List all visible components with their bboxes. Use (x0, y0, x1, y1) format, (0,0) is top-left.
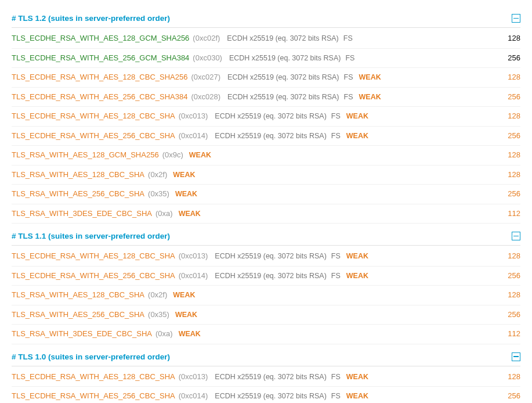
cipher-suite-name[interactable]: TLS_ECDHE_RSA_WITH_AES_128_CBC_SHA (12, 372, 175, 382)
cipher-row: TLS_ECDHE_RSA_WITH_AES_128_CBC_SHA(0xc01… (12, 107, 520, 127)
cipher-row-left: TLS_ECDHE_RSA_WITH_AES_128_GCM_SHA256(0x… (12, 33, 497, 44)
cipher-row-left: TLS_ECDHE_RSA_WITH_AES_128_CBC_SHA(0xc01… (12, 111, 497, 122)
cipher-bits: 128 (497, 170, 520, 180)
weak-label: WEAK (173, 290, 195, 301)
cipher-suite-name[interactable]: TLS_ECDHE_RSA_WITH_AES_256_CBC_SHA (12, 271, 175, 281)
tls-section: # TLS 1.2 (suites in server-preferred or… (12, 10, 520, 224)
cipher-suite-hex: (0x9c) (162, 150, 183, 160)
forward-secrecy-badge: FS (345, 53, 354, 64)
forward-secrecy-badge: FS (331, 251, 341, 262)
key-exchange-info: ECDH x25519 (eq. 3072 bits RSA) (215, 131, 326, 142)
weak-label: WEAK (189, 150, 211, 161)
section-title: # TLS 1.2 (suites in server-preferred or… (12, 14, 170, 23)
cipher-suite-hex: (0x35) (148, 310, 169, 320)
weak-label: WEAK (346, 251, 368, 262)
cipher-suite-name[interactable]: TLS_RSA_WITH_AES_128_CBC_SHA (12, 290, 144, 300)
cipher-suite-hex: (0xc014) (179, 391, 208, 401)
key-exchange-info: ECDH x25519 (eq. 3072 bits RSA) (227, 34, 338, 44)
tls-section: # TLS 1.0 (suites in server-preferred or… (12, 349, 520, 404)
cipher-suite-name[interactable]: TLS_ECDHE_RSA_WITH_AES_256_CBC_SHA384 (12, 92, 187, 102)
cipher-row: TLS_ECDHE_RSA_WITH_AES_128_CBC_SHA(0xc01… (12, 247, 520, 267)
cipher-suite-hex: (0x2f) (148, 170, 167, 180)
weak-label: WEAK (346, 372, 368, 383)
cipher-suite-name[interactable]: TLS_RSA_WITH_AES_256_CBC_SHA (12, 189, 144, 199)
key-exchange-info: ECDH x25519 (eq. 3072 bits RSA) (215, 111, 326, 122)
cipher-bits: 256 (497, 189, 520, 199)
cipher-suite-hex: (0xc027) (191, 72, 220, 82)
cipher-row: TLS_RSA_WITH_AES_256_CBC_SHA(0x35)WEAK25… (12, 305, 520, 325)
cipher-row: TLS_ECDHE_RSA_WITH_AES_256_CBC_SHA(0xc01… (12, 267, 520, 286)
cipher-row: TLS_ECDHE_RSA_WITH_AES_256_CBC_SHA384(0x… (12, 88, 520, 107)
cipher-bits: 256 (497, 310, 520, 320)
cipher-bits: 256 (497, 271, 520, 281)
cipher-suite-name[interactable]: TLS_RSA_WITH_AES_128_GCM_SHA256 (12, 150, 159, 160)
forward-secrecy-badge: FS (344, 73, 353, 83)
cipher-suite-hex: (0xc02f) (193, 33, 220, 44)
cipher-suite-hex: (0xc013) (179, 111, 208, 121)
cipher-row: TLS_ECDHE_RSA_WITH_AES_256_CBC_SHA(0xc01… (12, 387, 520, 403)
cipher-row-left: TLS_RSA_WITH_AES_256_CBC_SHA(0x35)WEAK (12, 189, 497, 200)
cipher-bits: 256 (497, 391, 520, 401)
key-exchange-info: ECDH x25519 (eq. 3072 bits RSA) (229, 53, 341, 64)
collapse-button[interactable] (512, 352, 520, 361)
cipher-row: TLS_RSA_WITH_AES_128_CBC_SHA(0x2f)WEAK12… (12, 286, 520, 305)
cipher-row: TLS_RSA_WITH_AES_256_CBC_SHA(0x35)WEAK25… (12, 185, 520, 204)
forward-secrecy-badge: FS (331, 111, 341, 122)
section-title: # TLS 1.1 (suites in server-preferred or… (12, 232, 170, 240)
cipher-bits: 128 (497, 290, 520, 300)
tls-section: # TLS 1.1 (suites in server-preferred or… (12, 228, 520, 344)
cipher-suite-name[interactable]: TLS_ECDHE_RSA_WITH_AES_256_GCM_SHA384 (12, 53, 189, 63)
cipher-row: TLS_ECDHE_RSA_WITH_AES_128_CBC_SHA256(0x… (12, 68, 520, 88)
cipher-row: TLS_RSA_WITH_AES_128_GCM_SHA256(0x9c)WEA… (12, 146, 520, 165)
cipher-row: TLS_RSA_WITH_3DES_EDE_CBC_SHA(0xa)WEAK11… (12, 204, 520, 224)
cipher-bits: 128 (497, 251, 520, 261)
key-exchange-info: ECDH x25519 (eq. 3072 bits RSA) (215, 391, 326, 402)
cipher-suite-name[interactable]: TLS_ECDHE_RSA_WITH_AES_256_CBC_SHA (12, 131, 175, 141)
weak-label: WEAK (359, 92, 381, 103)
cipher-suites-panel: # TLS 1.2 (suites in server-preferred or… (0, 0, 532, 403)
forward-secrecy-badge: FS (344, 92, 353, 103)
cipher-suite-hex: (0xa) (155, 329, 173, 339)
cipher-suite-name[interactable]: TLS_RSA_WITH_3DES_EDE_CBC_SHA (12, 208, 152, 219)
weak-label: WEAK (179, 209, 201, 220)
cipher-suite-name[interactable]: TLS_ECDHE_RSA_WITH_AES_128_GCM_SHA256 (12, 33, 189, 44)
weak-label: WEAK (346, 111, 368, 122)
cipher-row-left: TLS_ECDHE_RSA_WITH_AES_128_CBC_SHA(0xc01… (12, 372, 497, 383)
cipher-bits: 112 (497, 329, 520, 339)
cipher-bits: 128 (497, 150, 520, 160)
weak-label: WEAK (179, 329, 201, 340)
cipher-suite-hex: (0xc030) (193, 53, 222, 63)
cipher-row: TLS_ECDHE_RSA_WITH_AES_128_CBC_SHA(0xc01… (12, 368, 520, 387)
cipher-suite-name[interactable]: TLS_RSA_WITH_3DES_EDE_CBC_SHA (12, 329, 152, 339)
cipher-row-left: TLS_ECDHE_RSA_WITH_AES_256_CBC_SHA(0xc01… (12, 391, 497, 402)
cipher-bits: 128 (497, 372, 520, 382)
key-exchange-info: ECDH x25519 (eq. 3072 bits RSA) (227, 92, 339, 103)
minus-icon (513, 236, 519, 237)
cipher-row: TLS_ECDHE_RSA_WITH_AES_256_GCM_SHA384(0x… (12, 49, 520, 69)
cipher-suite-name[interactable]: TLS_ECDHE_RSA_WITH_AES_256_CBC_SHA (12, 391, 175, 401)
cipher-suite-hex: (0x35) (148, 189, 169, 199)
cipher-row-left: TLS_RSA_WITH_3DES_EDE_CBC_SHA(0xa)WEAK (12, 329, 497, 340)
cipher-suite-name[interactable]: TLS_ECDHE_RSA_WITH_AES_128_CBC_SHA (12, 111, 175, 121)
cipher-suite-name[interactable]: TLS_RSA_WITH_AES_256_CBC_SHA (12, 310, 144, 320)
forward-secrecy-badge: FS (331, 131, 341, 142)
cipher-suite-name[interactable]: TLS_ECDHE_RSA_WITH_AES_128_CBC_SHA (12, 251, 175, 261)
weak-label: WEAK (175, 310, 197, 321)
cipher-row-left: TLS_RSA_WITH_3DES_EDE_CBC_SHA(0xa)WEAK (12, 208, 497, 220)
cipher-suite-hex: (0xc014) (179, 271, 208, 281)
cipher-suite-name[interactable]: TLS_ECDHE_RSA_WITH_AES_128_CBC_SHA256 (12, 72, 187, 82)
collapse-button[interactable] (512, 232, 520, 240)
section-header: # TLS 1.2 (suites in server-preferred or… (12, 10, 520, 28)
weak-label: WEAK (346, 131, 368, 142)
cipher-suite-name[interactable]: TLS_RSA_WITH_AES_128_CBC_SHA (12, 170, 144, 180)
collapse-button[interactable] (512, 14, 520, 23)
cipher-row-left: TLS_RSA_WITH_AES_128_GCM_SHA256(0x9c)WEA… (12, 150, 497, 161)
cipher-row: TLS_RSA_WITH_3DES_EDE_CBC_SHA(0xa)WEAK11… (12, 325, 520, 344)
cipher-suite-hex: (0xc013) (179, 251, 208, 261)
weak-label: WEAK (346, 391, 368, 402)
key-exchange-info: ECDH x25519 (eq. 3072 bits RSA) (227, 73, 339, 83)
cipher-bits: 256 (497, 92, 520, 102)
weak-label: WEAK (175, 189, 197, 200)
cipher-bits: 256 (497, 131, 520, 141)
cipher-row: TLS_RSA_WITH_AES_128_CBC_SHA(0x2f)WEAK12… (12, 165, 520, 185)
